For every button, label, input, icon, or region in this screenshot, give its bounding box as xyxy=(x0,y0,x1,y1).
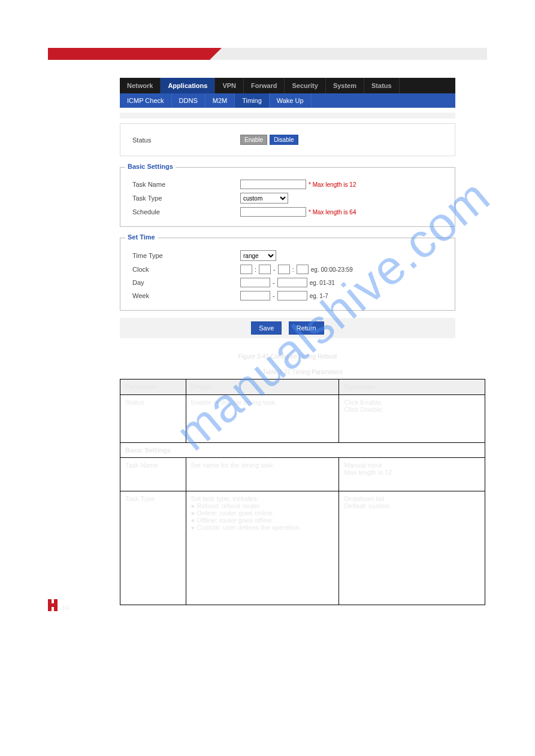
cell-status-details: Enable or disable timing task. xyxy=(186,395,339,443)
day-label: Day xyxy=(132,279,240,286)
figure-caption: Figure 3-41 Configure Timing Reboot xyxy=(120,353,455,360)
subtab-m2m[interactable]: M2M xyxy=(205,93,235,108)
tab-network[interactable]: Network xyxy=(120,78,161,93)
day-to-input[interactable] xyxy=(277,278,307,287)
schedule-input[interactable] xyxy=(240,207,306,217)
clock-h1-input[interactable] xyxy=(240,265,252,274)
tab-security[interactable]: Security xyxy=(285,78,325,93)
return-button[interactable]: Return xyxy=(289,321,324,335)
schedule-label: Schedule xyxy=(132,208,240,215)
week-to-input[interactable] xyxy=(277,291,307,300)
week-label: Week xyxy=(132,292,240,299)
disable-button[interactable]: Disable xyxy=(270,135,298,145)
tab-vpn[interactable]: VPN xyxy=(215,78,244,93)
clock-h2-input[interactable] xyxy=(278,265,290,274)
tab-system[interactable]: System xyxy=(326,78,364,93)
th-operation: Operation xyxy=(339,379,485,395)
time-type-select[interactable]: range xyxy=(240,250,276,261)
footer-logo-icon xyxy=(48,599,58,611)
tab-forward[interactable]: Forward xyxy=(244,78,285,93)
timing-parameters-table: Parameter Details Operation Status Enabl… xyxy=(120,379,485,605)
day-hint: eg. 01-31 xyxy=(310,280,335,286)
tab-applications[interactable]: Applications xyxy=(161,78,215,93)
clock-m1-input[interactable] xyxy=(259,265,271,274)
set-time-legend: Set Time xyxy=(125,233,158,241)
week-hint: eg. 1-7 xyxy=(310,293,328,299)
subtab-wakeup[interactable]: Wake Up xyxy=(270,93,312,108)
header-red-accent xyxy=(48,48,210,60)
page-number: 54 xyxy=(62,605,69,611)
task-name-input[interactable] xyxy=(240,180,306,189)
page-header-bar xyxy=(48,48,487,60)
time-type-label: Time Type xyxy=(132,252,240,259)
cell-taskname-op: Manual input Max length is 12 xyxy=(339,458,485,491)
svg-rect-2 xyxy=(48,603,58,607)
router-ui-screenshot: Network Applications VPN Forward Securit… xyxy=(120,78,455,338)
cell-taskname-param: Task Name xyxy=(120,458,186,491)
cell-tasktype-details: Set task type, includes: ● Reboot: reboo… xyxy=(186,491,339,605)
enable-button[interactable]: Enable xyxy=(240,135,267,145)
cell-tasktype-param: Task Type xyxy=(120,491,186,605)
clock-hint: eg. 00:00-23:59 xyxy=(311,266,353,273)
set-time-panel: Set Time Time Type range Clock : - : eg.… xyxy=(120,238,455,311)
sub-tab-bar: ICMP Check DDNS M2M Timing Wake Up xyxy=(120,93,455,108)
table-caption: Table 3-22 Timing Parameters xyxy=(120,369,485,375)
tab-status[interactable]: Status xyxy=(364,78,400,93)
th-parameter: Parameter xyxy=(120,379,186,395)
task-name-label: Task Name xyxy=(132,181,240,188)
day-from-input[interactable] xyxy=(240,278,270,287)
clock-m2-input[interactable] xyxy=(297,265,309,274)
basic-settings-legend: Basic Settings xyxy=(125,163,176,170)
task-type-select[interactable]: custom xyxy=(240,193,288,204)
main-tab-bar: Network Applications VPN Forward Securit… xyxy=(120,78,455,93)
cell-tasktype-op: Dropdown list Default: custom xyxy=(339,491,485,605)
subtab-icmp-check[interactable]: ICMP Check xyxy=(120,93,172,108)
task-type-label: Task Type xyxy=(132,195,240,202)
cell-status-op: Click Enable. Click Disable. xyxy=(339,395,485,443)
button-row: Save Return xyxy=(120,318,455,338)
cell-taskname-details: Set name for the timing task. xyxy=(186,458,339,491)
subtab-ddns[interactable]: DDNS xyxy=(172,93,205,108)
task-name-hint: * Max length is 12 xyxy=(309,181,356,188)
cell-basic-section: Basic Settings xyxy=(120,443,485,458)
th-details: Details xyxy=(186,379,339,395)
cell-status-param: Status xyxy=(120,395,186,443)
week-from-input[interactable] xyxy=(240,291,270,300)
clock-label: Clock xyxy=(132,266,240,273)
status-label: Status xyxy=(132,136,240,144)
basic-settings-panel: Basic Settings Task Name * Max length is… xyxy=(120,167,455,227)
subtab-timing[interactable]: Timing xyxy=(235,93,270,108)
status-panel: Status Enable Disable xyxy=(120,123,455,156)
schedule-hint: * Max length is 64 xyxy=(309,209,356,215)
save-button[interactable]: Save xyxy=(251,321,282,335)
